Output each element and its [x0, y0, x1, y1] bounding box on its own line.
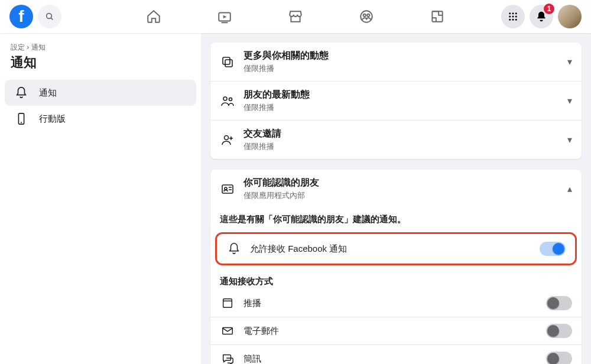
watch-icon	[217, 9, 232, 24]
grid-icon	[508, 11, 518, 22]
method-sms: 簡訊	[210, 344, 582, 364]
notif-badge: 1	[544, 4, 554, 14]
svg-line-1	[51, 18, 53, 20]
crumb-settings[interactable]: 設定	[11, 43, 25, 51]
breadcrumb: 設定 › 通知	[5, 43, 196, 53]
mobile-icon	[11, 108, 32, 129]
chevron-down-icon: ▾	[567, 56, 572, 67]
row-title: 你可能認識的朋友	[243, 177, 559, 189]
facebook-logo[interactable]: f	[9, 5, 33, 28]
push-icon	[220, 295, 235, 311]
chevron-down-icon: ▾	[567, 134, 572, 145]
svg-point-21	[223, 97, 227, 100]
svg-point-12	[512, 16, 514, 18]
svg-point-13	[515, 16, 517, 18]
method-label: 電子郵件	[243, 326, 538, 337]
svg-point-9	[512, 12, 514, 14]
method-label: 簡訊	[243, 353, 538, 365]
method-label: 推播	[243, 298, 538, 309]
row-sub: 僅限應用程式內部	[243, 190, 559, 201]
marketplace-icon	[288, 9, 303, 24]
svg-point-5	[363, 14, 366, 17]
menu-button[interactable]	[501, 5, 525, 28]
id-card-icon	[220, 181, 235, 197]
search-icon	[45, 12, 54, 21]
method-push: 推播	[210, 290, 582, 317]
push-toggle[interactable]	[546, 296, 572, 310]
content: 更多與你相關的動態 僅限推播 ▾ 朋友的最新動態 僅限推播 ▾ 交友邀請 僅限推…	[201, 33, 591, 364]
svg-point-22	[229, 98, 232, 100]
row-more-updates[interactable]: 更多與你相關的動態 僅限推播 ▾	[210, 43, 582, 81]
svg-point-6	[367, 14, 369, 17]
row-allow-notifications: 允許接收 Facebook 通知	[217, 234, 575, 264]
email-icon	[220, 323, 235, 339]
methods-label: 通知接收方式	[210, 271, 582, 290]
allow-row-highlight: 允許接收 Facebook 通知	[215, 232, 577, 265]
chevron-down-icon: ▾	[567, 95, 572, 106]
row-title: 更多與你相關的動態	[243, 50, 559, 62]
nav-gaming[interactable]	[404, 0, 470, 33]
svg-point-11	[509, 16, 511, 18]
page-title: 通知	[5, 53, 196, 80]
section-description: 這些是有關「你可能認識的朋友」建議的通知。	[210, 208, 582, 230]
sidebar-item-label: 通知	[39, 87, 57, 99]
row-sub: 僅限推播	[243, 63, 559, 74]
nav-groups[interactable]	[333, 0, 400, 33]
bell-icon	[11, 82, 32, 103]
svg-point-4	[361, 11, 372, 22]
sidebar-item-label: 行動版	[39, 113, 66, 125]
svg-point-25	[225, 187, 227, 190]
allow-toggle[interactable]	[540, 242, 566, 256]
friend-request-icon	[220, 132, 235, 148]
crumb-current: 通知	[31, 43, 46, 51]
svg-point-15	[512, 19, 514, 21]
nav-center	[121, 0, 470, 33]
svg-rect-28	[223, 328, 233, 334]
svg-point-23	[225, 135, 229, 139]
sidebar-item-notifications[interactable]: 通知	[5, 80, 196, 106]
row-sub: 僅限推播	[243, 141, 559, 152]
gaming-icon	[430, 9, 445, 24]
svg-rect-20	[225, 60, 232, 67]
row-sub: 僅限推播	[243, 102, 559, 113]
search-button[interactable]	[38, 5, 61, 28]
home-icon	[146, 9, 161, 24]
row-title: 朋友的最新動態	[243, 89, 559, 101]
svg-rect-19	[223, 57, 230, 64]
sidebar-item-mobile[interactable]: 行動版	[5, 106, 196, 132]
svg-point-10	[515, 12, 517, 14]
svg-point-0	[47, 14, 52, 19]
expanded-card: 你可能認識的朋友 僅限應用程式內部 ▴ 這些是有關「你可能認識的朋友」建議的通知…	[210, 170, 582, 364]
svg-rect-7	[432, 11, 442, 21]
nav-right: 1	[501, 5, 582, 28]
groups-icon	[359, 9, 374, 24]
sms-icon	[220, 351, 235, 364]
friends-icon	[220, 93, 235, 109]
copy-icon	[220, 54, 235, 70]
svg-point-14	[509, 19, 511, 21]
row-title: 交友邀請	[243, 128, 559, 140]
bell-icon	[226, 241, 242, 256]
svg-rect-24	[222, 185, 233, 193]
row-friend-requests[interactable]: 交友邀請 僅限推播 ▾	[210, 120, 582, 159]
row-people-you-may-know[interactable]: 你可能認識的朋友 僅限應用程式內部 ▴	[210, 170, 582, 208]
notifications-button[interactable]: 1	[530, 5, 553, 28]
nav-watch[interactable]	[191, 0, 258, 33]
svg-rect-26	[223, 299, 232, 308]
sms-toggle[interactable]	[546, 352, 572, 364]
allow-label: 允許接收 Facebook 通知	[250, 243, 531, 255]
row-friend-updates[interactable]: 朋友的最新動態 僅限推播 ▾	[210, 81, 582, 120]
svg-point-16	[515, 19, 517, 21]
collapsed-card: 更多與你相關的動態 僅限推播 ▾ 朋友的最新動態 僅限推播 ▾ 交友邀請 僅限推…	[210, 43, 582, 159]
nav-marketplace[interactable]	[262, 0, 329, 33]
email-toggle[interactable]	[546, 324, 572, 338]
method-email: 電子郵件	[210, 317, 582, 344]
sidebar: 設定 › 通知 通知 通知 行動版	[0, 33, 201, 364]
chevron-up-icon: ▴	[567, 183, 572, 194]
nav-home[interactable]	[121, 0, 187, 33]
top-bar: f 1	[0, 0, 591, 33]
avatar[interactable]	[558, 5, 582, 28]
svg-point-8	[509, 12, 511, 14]
